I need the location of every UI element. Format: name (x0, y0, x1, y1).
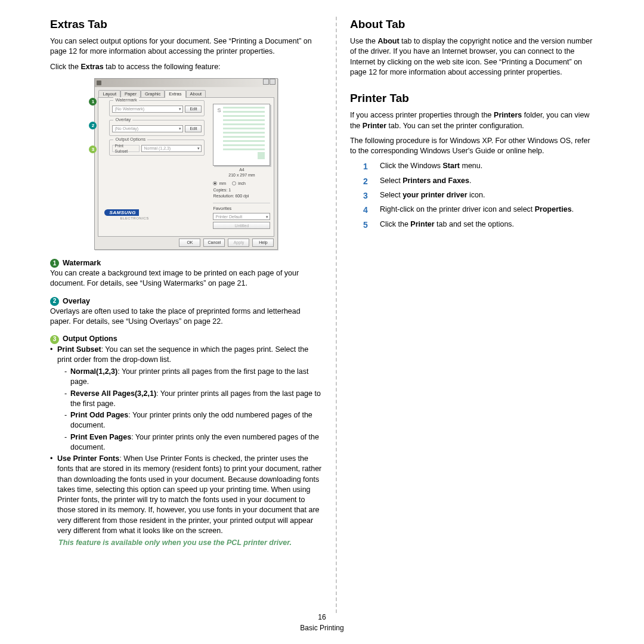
opt-even: Print Even Pages: Your printer prints on… (64, 432, 323, 453)
tab-layout[interactable]: Layout (98, 90, 120, 98)
opt-odd: Print Odd Pages: Your printer prints onl… (64, 410, 323, 431)
extras-intro-2: Click the Extras tab to access the follo… (50, 62, 323, 72)
callout-2-text: Overlays are often used to take the plac… (50, 306, 323, 327)
titlebar-icon (97, 80, 101, 85)
page-footer: 16 Basic Printing (0, 612, 644, 633)
step-3: 3Select your printer driver icon. (363, 190, 594, 202)
callout-3: 3 (89, 145, 97, 153)
callout-3-title: Output Options (63, 334, 117, 344)
heading-extras: Extras Tab (50, 17, 323, 32)
tab-about[interactable]: About (186, 90, 206, 98)
callout-1: 1 (89, 98, 97, 106)
close-icon[interactable] (270, 79, 275, 85)
callout-2: 2 (89, 122, 97, 129)
step-5: 5Click the Printer tab and set the optio… (363, 219, 594, 231)
group-watermark: Watermark (No Watermark) Edit (109, 100, 205, 116)
paper-size-label: A4210 x 297 mm (213, 168, 270, 178)
extras-intro: You can select output options for your d… (50, 36, 323, 57)
help-titlebar-icon[interactable] (263, 79, 269, 85)
dialog-tabs: Layout Paper Graphic Extras About (95, 87, 277, 97)
print-subset-item: Print Subset: You can set the sequence i… (50, 345, 323, 366)
callout-1-title: Watermark (63, 258, 101, 268)
tab-graphic[interactable]: Graphic (141, 90, 165, 98)
print-subset-dropdown[interactable]: Normal (1,2,3) (141, 145, 202, 152)
printer-text-1: If you access printer properties through… (350, 110, 594, 131)
pcl-note: This feature is available only when you … (50, 538, 323, 548)
unit-inch-radio[interactable] (232, 181, 236, 185)
resolution-info: Resolution: 600 dpi (213, 193, 270, 199)
cancel-button[interactable]: Cancel (203, 239, 225, 247)
left-column: Extras Tab You can select output options… (50, 17, 336, 613)
overlay-dropdown[interactable]: (No Overlay) (112, 125, 183, 132)
step-4: 4Right-click on the printer driver icon … (363, 205, 594, 216)
heading-about: About Tab (350, 17, 594, 32)
favorites-dropdown[interactable]: Printer Default (213, 213, 270, 220)
group-output-options: Output Options Print Subset Normal (1,2,… (109, 140, 205, 156)
right-column: About Tab Use the About tab to display t… (337, 17, 594, 613)
copies-info: Copies: 1 (213, 187, 270, 193)
heading-printer: Printer Tab (350, 91, 594, 106)
tab-paper[interactable]: Paper (120, 90, 141, 98)
opt-reverse: Reverse All Pages(3,2,1): Your printer p… (64, 389, 323, 410)
help-button[interactable]: Help (252, 239, 274, 247)
callout-num-3: 3 (50, 335, 59, 344)
preview-page: S (213, 104, 270, 166)
step-1: 1Click the Windows Start menu. (363, 161, 594, 172)
favorites-untitled-button[interactable]: Untitled (213, 222, 270, 229)
about-text: Use the About tab to display the copyrig… (350, 36, 594, 78)
group-overlay: Overlay (No Overlay) Edit (109, 120, 205, 136)
preview-panel: S A4210 x 297 mm mm inch (213, 104, 270, 229)
steps-list: 1Click the Windows Start menu. 2Select P… (363, 161, 594, 231)
ok-button[interactable]: OK (179, 239, 200, 247)
callout-1-text: You can create a background text image t… (50, 268, 323, 289)
callout-num-1: 1 (50, 259, 59, 268)
step-2: 2Select Printers and Faxes. (363, 176, 594, 187)
page-number: 16 (0, 612, 644, 623)
watermark-edit-button[interactable]: Edit (185, 106, 202, 113)
apply-button[interactable]: Apply (228, 239, 249, 247)
tab-extras[interactable]: Extras (165, 90, 185, 98)
favorites-label: Favorites (213, 206, 270, 212)
print-subset-label: Print Subset (112, 145, 140, 152)
section-title: Basic Printing (0, 623, 644, 633)
brand-logo: SAMSUNG ELECTRONICS (104, 209, 148, 221)
unit-mm-radio[interactable] (213, 181, 217, 185)
use-printer-fonts-item: Use Printer Fonts: When Use Printer Font… (50, 454, 323, 536)
opt-normal: Normal(1,2,3): Your printer prints all p… (64, 367, 323, 388)
dialog-screenshot: Layout Paper Graphic Extras About 1 2 3 … (50, 78, 323, 250)
overlay-edit-button[interactable]: Edit (185, 125, 202, 132)
callout-2-title: Overlay (63, 296, 90, 306)
watermark-dropdown[interactable]: (No Watermark) (112, 106, 183, 113)
callout-num-2: 2 (50, 297, 59, 306)
printer-text-2: The following procedure is for Windows X… (350, 136, 594, 157)
